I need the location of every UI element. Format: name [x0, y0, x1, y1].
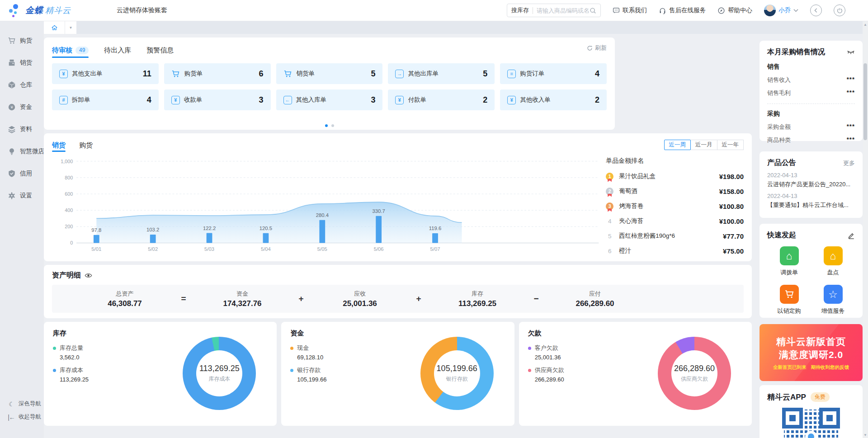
pager-dot-2[interactable] — [331, 124, 334, 127]
sales-chart-panel: 销货 购货 近一周 近一月 近一年 02004006008001,00097.8… — [44, 133, 752, 261]
sidebar-item-sales[interactable]: 销货 — [0, 52, 44, 74]
back-button[interactable] — [810, 5, 822, 16]
task-card-other-outbound[interactable]: → 其他出库单 5 — [388, 63, 495, 84]
summary-row: 销售毛利 *** — [767, 89, 855, 97]
svg-text:97.8: 97.8 — [91, 227, 101, 233]
tab-sales[interactable]: 销货 — [52, 139, 66, 151]
pager-dot-1[interactable] — [325, 124, 328, 127]
summary-row: 商品种类 *** — [767, 136, 855, 144]
receipt-doc-icon: ¥ — [171, 96, 180, 104]
income-doc-icon: ¥ — [507, 96, 516, 104]
debt-card: 欠款 客户欠款 25,001.36 供应商欠款 266,289.60 266,2… — [519, 322, 752, 426]
page-scrollbar[interactable]: ▲ ▼ — [863, 21, 868, 438]
svg-text:120.5: 120.5 — [259, 226, 272, 231]
qr-code — [782, 408, 840, 438]
eye-icon[interactable] — [85, 273, 92, 278]
logo-dots-icon — [8, 3, 22, 18]
task-card-payment[interactable]: ¥ 付款单 2 — [388, 89, 495, 110]
inventory-search[interactable]: 搜库存 — [507, 4, 601, 17]
sidebar-item-warehouse[interactable]: 仓库 — [0, 74, 44, 96]
bulb-icon — [8, 147, 16, 155]
summary-row: 销售收入 *** — [767, 76, 855, 84]
warehouse-cube-icon — [8, 81, 16, 89]
announcement-item[interactable]: 2022-04-13 云进销存产品更新公告_20220... — [767, 172, 855, 188]
eye-closed-icon[interactable] — [847, 50, 855, 55]
after-sales-service-link[interactable]: 售后在线服务 — [659, 6, 706, 14]
help-center-link[interactable]: 帮助中心 — [717, 6, 752, 14]
sidebar-item-purchase[interactable]: 购货 — [0, 29, 44, 52]
outbound-icon: → — [395, 70, 404, 78]
edit-pencil-icon[interactable] — [848, 232, 855, 239]
section-divider — [767, 104, 855, 104]
sidebar-item-smart-store[interactable]: 智慧微店 — [0, 140, 44, 162]
tab-list-dropdown[interactable]: ▼ — [65, 21, 76, 34]
user-menu[interactable]: 小乔 — [764, 5, 798, 16]
ranking-row[interactable]: 1 果汁饮品礼盒 ¥198.00 — [606, 170, 744, 183]
rank-number: 6 — [606, 248, 613, 254]
cart-icon — [283, 69, 292, 78]
funds-donut-chart: 105,199.66银行存款 — [420, 337, 494, 410]
tab-alerts[interactable]: 预警信息 — [146, 43, 174, 57]
svg-text:330.7: 330.7 — [373, 208, 385, 214]
order-doc-icon: ≡ — [507, 70, 516, 78]
silver-medal-icon: 2 — [606, 188, 613, 195]
task-card-other-expense[interactable]: ¥ 其他支出单 11 — [52, 63, 159, 84]
refresh-button[interactable]: 刷新 — [587, 44, 607, 52]
quick-action-sell-to-buy[interactable]: 以销定购 — [778, 285, 801, 315]
task-card-other-inbound[interactable]: ← 其他入库单 3 — [276, 89, 383, 110]
account-title: 云进销存体验账套 — [117, 6, 167, 14]
task-card-purchase-requisition[interactable]: ≡ 购货订单 4 — [500, 63, 607, 84]
contact-us-link[interactable]: 联系我们 — [613, 6, 647, 14]
range-year-button[interactable]: 近一年 — [717, 140, 744, 150]
inventory-total: 库存113,269.25 — [436, 290, 519, 308]
app-logo[interactable]: 金蝶 精斗云 — [8, 3, 103, 18]
dark-nav-toggle[interactable]: ☾ 深色导航 — [0, 400, 44, 408]
svg-text:400: 400 — [65, 207, 73, 213]
task-card-receipt[interactable]: ¥ 收款单 3 — [164, 89, 271, 110]
scroll-down-arrow[interactable]: ▼ — [863, 432, 868, 438]
ranking-row[interactable]: 4 夹心海苔 ¥100.00 — [606, 214, 744, 228]
survey-banner[interactable]: 精斗云新版首页 满意度调研2.0 全新首页已到来 期待收到您的反馈 — [760, 324, 863, 381]
svg-text:800: 800 — [65, 175, 73, 180]
ranking-row[interactable]: 6 橙汁 ¥75.00 — [606, 244, 744, 258]
gear-icon — [8, 192, 16, 200]
monthly-summary-card: 本月采购销售情况 销售 销售收入 *** 销售毛利 *** 采购 采购金额 **… — [760, 41, 863, 141]
search-scope-label[interactable]: 搜库存 — [511, 6, 529, 14]
quick-action-transfer[interactable]: ⌂ 调拨单 — [780, 246, 799, 277]
sidebar-item-funds[interactable]: ¥ 资金 — [0, 96, 44, 118]
ranking-row[interactable]: 3 烤海苔卷 ¥100.80 — [606, 199, 744, 213]
sidebar-item-materials[interactable]: 资料 — [0, 118, 44, 140]
scrollbar-thumb[interactable] — [863, 63, 867, 140]
task-card-purchase-order[interactable]: 购货单 6 — [164, 63, 271, 84]
chevron-down-icon — [793, 9, 798, 12]
svg-text:280.4: 280.4 — [316, 212, 329, 218]
tab-pending-in-out[interactable]: 待出入库 — [104, 43, 131, 57]
quick-action-stocktake[interactable]: ⌂ 盘点 — [824, 246, 843, 277]
home-tab[interactable] — [44, 21, 65, 34]
task-card-sales-order[interactable]: 销货单 5 — [276, 63, 383, 84]
svg-text:103.2: 103.2 — [146, 227, 159, 232]
task-card-disassembly[interactable]: # 拆卸单 4 — [52, 89, 159, 110]
tab-pending-approval[interactable]: 待审核 49 — [52, 43, 89, 57]
quick-action-value-added[interactable]: ☆ 增值服务 — [821, 285, 845, 315]
announcement-item[interactable]: 2022-04-13 【重要通知】精斗云工作台域... — [767, 193, 855, 209]
range-month-button[interactable]: 近一月 — [690, 140, 717, 150]
search-input[interactable] — [537, 7, 590, 14]
cart-icon — [171, 69, 180, 78]
sidebar-item-credit[interactable]: 信用 — [0, 162, 44, 184]
ranking-row[interactable]: 2 葡萄酒 ¥158.00 — [606, 184, 744, 198]
svg-text:5/05: 5/05 — [317, 246, 327, 252]
scroll-up-arrow[interactable]: ▲ — [863, 21, 868, 28]
tab-purchase[interactable]: 购货 — [79, 139, 93, 151]
ranking-row[interactable]: 5 西红柿意粉酱190g*6 ¥77.70 — [606, 229, 744, 243]
brand-name: 金蝶 — [25, 5, 43, 16]
payment-doc-icon: ¥ — [395, 96, 404, 104]
range-week-button[interactable]: 近一周 — [664, 140, 691, 150]
contact-us-label: 联系我们 — [623, 6, 647, 14]
collapse-nav-toggle[interactable]: |← 收起导航 — [0, 413, 44, 421]
sidebar-item-settings[interactable]: 设置 — [0, 184, 44, 207]
task-card-other-income[interactable]: ¥ 其他收入单 2 — [500, 89, 607, 110]
logout-power-button[interactable] — [834, 5, 845, 16]
more-link[interactable]: 更多 — [843, 159, 855, 167]
search-icon[interactable] — [590, 7, 596, 14]
